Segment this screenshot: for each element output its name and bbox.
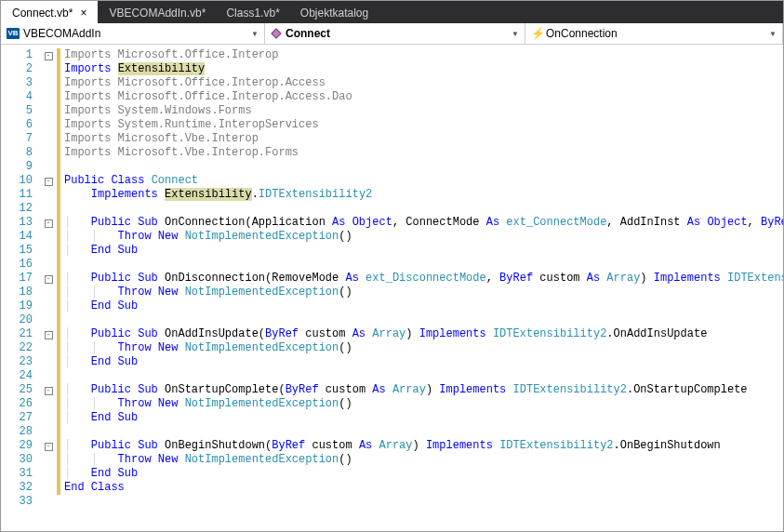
- code-line[interactable]: │ Public Sub OnAddInsUpdate(ByRef custom…: [64, 327, 783, 341]
- fold-cell: [40, 481, 57, 495]
- nav-scope-class[interactable]: Connect ▼: [265, 23, 525, 44]
- code-line[interactable]: │ End Sub: [64, 299, 783, 313]
- code-line[interactable]: │ End Sub: [64, 244, 783, 258]
- code-line[interactable]: [64, 369, 783, 383]
- line-number: 10: [1, 174, 33, 188]
- chevron-down-icon: ▼: [251, 30, 259, 38]
- outline-fold-gutter[interactable]: - - - - - - -: [40, 45, 57, 531]
- fold-cell: [40, 104, 57, 118]
- line-number: 13: [1, 216, 33, 230]
- nav-scope-project-label: VBECOMAddIn: [23, 27, 100, 40]
- line-number: 18: [1, 286, 33, 299]
- code-line[interactable]: │ Public Sub OnStartupComplete(ByRef cus…: [64, 383, 783, 397]
- code-surface[interactable]: Imports Microsoft.Office.InteropImports …: [60, 45, 783, 531]
- fold-cell[interactable]: -: [40, 327, 57, 341]
- fold-toggle-icon[interactable]: -: [45, 387, 53, 395]
- fold-cell[interactable]: -: [40, 439, 57, 453]
- code-line[interactable]: [64, 202, 783, 216]
- code-line[interactable]: 💡 Implements Extensibility.IDTExtensibil…: [64, 188, 783, 202]
- fold-toggle-icon[interactable]: -: [45, 219, 53, 228]
- code-line[interactable]: [64, 495, 783, 509]
- nav-scope-class-label: Connect: [286, 27, 330, 40]
- nav-scope-member[interactable]: OnConnection ▼: [525, 23, 783, 44]
- close-icon[interactable]: ×: [78, 7, 88, 19]
- document-tab[interactable]: VBECOMAddIn.vb*: [98, 1, 215, 23]
- code-line[interactable]: Imports Microsoft.Vbe.Interop.Forms: [64, 146, 783, 160]
- nav-scope-project[interactable]: VB VBECOMAddIn ▼: [1, 23, 265, 44]
- line-number: 9: [1, 160, 33, 174]
- code-line[interactable]: Public Class Connect: [64, 174, 783, 188]
- document-tab[interactable]: Connect.vb*×: [1, 1, 98, 23]
- nav-scope-member-label: OnConnection: [546, 27, 618, 40]
- code-line[interactable]: Imports System.Windows.Forms: [64, 104, 783, 118]
- fold-toggle-icon[interactable]: -: [45, 331, 53, 339]
- fold-cell[interactable]: -: [40, 216, 57, 230]
- code-line[interactable]: │ │ Throw New NotImplementedException(): [64, 230, 783, 244]
- line-number: 1: [1, 48, 33, 62]
- fold-toggle-icon[interactable]: -: [45, 52, 53, 60]
- line-number: 6: [1, 118, 33, 132]
- code-line[interactable]: [64, 258, 783, 272]
- fold-toggle-icon[interactable]: -: [45, 443, 53, 451]
- fold-cell: [40, 397, 57, 411]
- fold-cell: [40, 188, 57, 202]
- code-line[interactable]: │ End Sub: [64, 355, 783, 369]
- code-line[interactable]: │ Public Sub OnConnection(Application As…: [64, 216, 783, 230]
- line-number: 15: [1, 244, 33, 258]
- line-number: 3: [1, 76, 33, 90]
- code-line[interactable]: │ End Sub: [64, 411, 783, 425]
- line-number: 24: [1, 369, 33, 383]
- fold-cell[interactable]: -: [40, 48, 57, 62]
- fold-cell[interactable]: -: [40, 272, 57, 286]
- code-line[interactable]: │ │ Throw New NotImplementedException(): [64, 341, 783, 355]
- code-line[interactable]: │ Public Sub OnBeginShutdown(ByRef custo…: [64, 439, 783, 453]
- line-number: 4: [1, 90, 33, 104]
- code-line[interactable]: │ Public Sub OnDisconnection(RemoveMode …: [64, 272, 783, 286]
- tab-label: Objektkatalog: [300, 7, 368, 20]
- fold-toggle-icon[interactable]: -: [45, 275, 53, 284]
- fold-toggle-icon[interactable]: -: [45, 178, 53, 186]
- document-tab[interactable]: Class1.vb*: [215, 1, 288, 23]
- fold-cell: [40, 146, 57, 160]
- fold-cell: [40, 90, 57, 104]
- fold-cell[interactable]: -: [40, 174, 57, 188]
- line-number: 8: [1, 146, 33, 160]
- line-number: 7: [1, 132, 33, 146]
- code-line[interactable]: Imports Microsoft.Office.Interop.Access: [64, 76, 783, 90]
- fold-cell[interactable]: -: [40, 383, 57, 397]
- code-line[interactable]: │ │ Throw New NotImplementedException(): [64, 286, 783, 299]
- document-tab[interactable]: Objektkatalog: [289, 1, 378, 23]
- fold-cell: [40, 453, 57, 467]
- tab-label: VBECOMAddIn.vb*: [109, 7, 206, 20]
- line-number: 27: [1, 411, 33, 425]
- code-line[interactable]: Imports Microsoft.Vbe.Interop: [64, 132, 783, 146]
- code-line[interactable]: [64, 425, 783, 439]
- code-line[interactable]: │ │ Throw New NotImplementedException(): [64, 453, 783, 467]
- code-line[interactable]: [64, 160, 783, 174]
- fold-cell: [40, 425, 57, 439]
- tab-label: Connect.vb*: [12, 7, 73, 20]
- code-line[interactable]: [64, 313, 783, 327]
- navigation-bar: VB VBECOMAddIn ▼ Connect ▼ OnConnection …: [1, 23, 783, 45]
- code-line[interactable]: │ End Sub: [64, 467, 783, 481]
- line-number: 16: [1, 258, 33, 272]
- fold-cell: [40, 76, 57, 90]
- line-number: 19: [1, 299, 33, 313]
- code-line[interactable]: Imports Microsoft.Office.Interop: [64, 48, 783, 62]
- code-line[interactable]: End Class: [64, 481, 783, 495]
- fold-cell: [40, 202, 57, 216]
- vb-icon: VB: [7, 28, 20, 39]
- code-line[interactable]: Imports System.Runtime.InteropServices: [64, 118, 783, 132]
- code-line[interactable]: Imports Microsoft.Office.Interop.Access.…: [64, 90, 783, 104]
- line-number: 17: [1, 272, 33, 286]
- line-number: 31: [1, 467, 33, 481]
- code-line[interactable]: Imports Extensibility: [64, 62, 783, 76]
- line-number: 12: [1, 202, 33, 216]
- fold-cell: [40, 467, 57, 481]
- code-line[interactable]: │ │ Throw New NotImplementedException(): [64, 397, 783, 411]
- line-number: 23: [1, 355, 33, 369]
- line-number: 30: [1, 453, 33, 467]
- fold-cell: [40, 411, 57, 425]
- code-editor[interactable]: 1234567891011121314151617181920212223242…: [1, 45, 783, 531]
- line-number: 11: [1, 188, 33, 202]
